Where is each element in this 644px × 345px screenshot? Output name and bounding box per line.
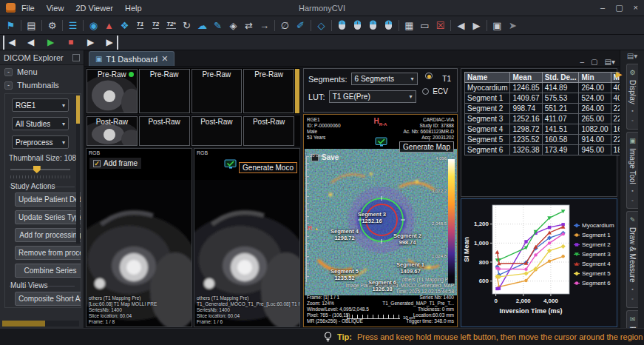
cursor-disable-icon[interactable]: ➤ <box>505 19 521 33</box>
stop-icon[interactable]: ■ <box>63 36 78 50</box>
table-row-segment-3[interactable]: Segment 31252.16411.07265.002265.00 <box>465 114 643 124</box>
table-row-segment-5[interactable]: Segment 51235.52160.58914.002205.00 <box>465 135 643 145</box>
step-forward-icon[interactable]: ▶ <box>83 36 98 50</box>
stage-filter-dropdown[interactable]: Preprocess▾ <box>12 135 69 149</box>
clear-roi-icon[interactable]: ☒ <box>433 19 448 33</box>
thumbnail-post-raw-4[interactable]: Post-Raw <box>243 116 294 146</box>
sidebar-horizontal-scrollbar[interactable] <box>2 321 79 326</box>
panel-stack-icon[interactable]: ▤▾ <box>627 52 637 60</box>
play-icon[interactable]: ▶ <box>43 36 58 50</box>
combine-series-button[interactable]: Combine Series <box>15 264 81 278</box>
viewer-moco[interactable]: RGB Generate Moco <box>194 148 300 327</box>
column-header-min[interactable]: Min <box>579 73 611 83</box>
slider-handle[interactable] <box>33 166 41 173</box>
radio-t1[interactable]: T1 <box>422 73 451 84</box>
marker-pen-icon[interactable]: ✐ <box>293 19 308 33</box>
roi-export-icon[interactable]: → <box>257 19 272 33</box>
remove-from-processing-button[interactable]: Remove from processing <box>15 246 81 260</box>
ruler-roi-icon[interactable]: ▭ <box>417 19 433 33</box>
roi-circular-icon[interactable]: ↻ <box>179 19 194 33</box>
t1-curve-icon[interactable]: T1 <box>132 19 148 33</box>
tab-close-icon[interactable]: ✕ <box>161 54 168 64</box>
thumbnail-pre-raw-2[interactable]: Pre-Raw <box>139 69 190 113</box>
mouse-draw-icon[interactable] <box>334 19 350 33</box>
lut-dropdown[interactable]: T1 GE(Pre)▾ <box>329 90 416 103</box>
histogram-icon[interactable]: ▲ <box>101 19 117 33</box>
thumbnail-pre-raw-4[interactable]: Pre-Raw <box>243 69 294 113</box>
roi-transfer-icon[interactable]: ⇄ <box>241 19 257 33</box>
export-view-icon[interactable]: ▣ <box>489 19 505 33</box>
thumbnail-post-raw-3[interactable]: Post-Raw <box>191 116 243 146</box>
tab-t1-dashboard[interactable]: ▣ T1 Dashboard ✕ <box>89 51 174 66</box>
sidebar-section-menu[interactable]: -Menu <box>0 65 84 78</box>
composite-short-axis-button[interactable]: Composite Short Axis <box>15 292 81 306</box>
radio-ecv[interactable]: ECV <box>422 87 451 96</box>
mouse-window-icon[interactable] <box>365 19 381 33</box>
table-row-segment-1[interactable]: Segment 11409.67575.53524.004096.00 <box>465 93 643 104</box>
tab-draw-measure[interactable]: ✎Draw & Measure▪ ▫ <box>626 211 638 307</box>
report-icon[interactable]: ▤ <box>24 19 39 33</box>
tab-display[interactable]: ⚙Display▪ ▫ <box>626 64 638 130</box>
undock-icon[interactable] <box>72 54 80 61</box>
sidebar-section-thumbnails[interactable]: -Thumbnails <box>0 78 84 92</box>
close-icon[interactable]: × <box>634 3 638 13</box>
skip-start-icon[interactable]: ◀ <box>3 36 18 50</box>
nav-prev-icon[interactable]: ◀ <box>453 19 469 33</box>
roi-select-icon[interactable]: ◉ <box>86 19 101 33</box>
step-back-icon[interactable]: ◀ <box>23 36 38 50</box>
segments-dropdown[interactable]: 6 Segments▾ <box>351 73 418 85</box>
database-icon[interactable]: ☰ <box>65 19 81 33</box>
pre-raw-scrollbar[interactable] <box>295 69 299 113</box>
study-filter-dropdown[interactable]: All Studies▾ <box>12 117 69 130</box>
menu-file[interactable]: File <box>21 4 35 13</box>
chart-settings-icon[interactable]: ⚙ <box>44 19 60 33</box>
sidebar-vertical-scrollbar[interactable] <box>76 96 80 244</box>
mouse-pan-icon[interactable] <box>381 19 396 33</box>
table-row-segment-2[interactable]: Segment 2998.74551.21264.002258.00 <box>465 104 643 114</box>
table-row-myocardium[interactable]: Myocardium1246.85414.89264.004096.00 <box>465 83 643 93</box>
dashboard-minimize-icon[interactable]: – <box>580 58 585 66</box>
thumbnail-pre-raw-3[interactable]: Pre-Raw <box>191 69 243 113</box>
generate-map-button[interactable]: Generate Map <box>399 141 454 153</box>
fit-view-icon[interactable]: ◇ <box>313 19 329 33</box>
collapse-icon[interactable]: - <box>4 81 13 90</box>
thumbnail-post-raw-1[interactable]: Post-Raw <box>87 116 138 146</box>
menu-help[interactable]: Help <box>125 4 142 13</box>
viewer-pre-raw[interactable]: RGB ✓ Add frame <box>86 148 192 327</box>
nav-next-icon[interactable]: ▶ <box>469 19 484 33</box>
menu-view[interactable]: View <box>47 4 64 13</box>
column-header-mean[interactable]: Mean <box>510 73 542 83</box>
droplet-edit-icon[interactable]: ✎ <box>210 19 226 33</box>
pin-icon[interactable]: ▪ ▫ <box>630 108 635 124</box>
menu-2d-viewer[interactable]: 2D Viewer <box>75 4 113 13</box>
collapse-icon[interactable]: - <box>4 68 13 76</box>
add-for-processing-button[interactable]: Add for processing <box>15 228 81 242</box>
skip-end-icon[interactable]: ▶ <box>103 36 118 50</box>
add-frame-checkbox[interactable]: ✓ Add frame <box>89 158 141 169</box>
mouse-select-icon[interactable] <box>350 19 365 33</box>
t1-map-panel[interactable]: RGE1ID: P-00000060Male53 Years CARDIAC-V… <box>303 114 458 327</box>
update-patient-details-button[interactable]: Update Patient Details <box>15 192 81 207</box>
column-header-name[interactable]: Name <box>465 73 510 83</box>
t2star-curve-icon[interactable]: T2* <box>163 19 179 33</box>
dashboard-maximize-icon[interactable]: ▢ <box>591 58 597 66</box>
eye-hide-icon[interactable]: ∅ <box>277 19 293 33</box>
bookmark-icon[interactable]: ⚑ <box>3 19 18 33</box>
roi-pick-icon[interactable]: ◈ <box>226 19 241 33</box>
thumbnail-post-raw-2[interactable]: Post-Raw <box>139 116 190 146</box>
series-filter-dropdown[interactable]: RGE1▾ <box>12 98 69 112</box>
column-header-std-de[interactable]: Std. De... <box>542 73 579 83</box>
table-row-segment-6[interactable]: Segment 61326.38173.49945.001890.00 <box>465 145 643 155</box>
thumbnail-size-slider[interactable] <box>10 165 70 174</box>
layout-stack-icon[interactable]: ▤▾ <box>605 58 615 66</box>
maximize-icon[interactable]: ▢ <box>615 3 623 13</box>
thumbnail-pre-raw-1[interactable]: Pre-Raw <box>87 69 138 113</box>
t2-curve-icon[interactable]: T2 <box>148 19 163 33</box>
tab-image-tool[interactable]: ▣Image Tool▪ ▫ <box>626 132 638 210</box>
pin-icon[interactable]: ▪ ▫ <box>630 188 635 204</box>
table-row-segment-4[interactable]: Segment 41298.72141.511082.001639.00 <box>465 124 643 135</box>
pin-icon[interactable]: ▪ ▫ <box>630 287 635 303</box>
update-series-type-button[interactable]: Update Series Type <box>15 210 81 224</box>
blob-merge-icon[interactable]: ☁ <box>194 19 210 33</box>
generate-moco-button[interactable]: Generate Moco <box>239 162 297 173</box>
